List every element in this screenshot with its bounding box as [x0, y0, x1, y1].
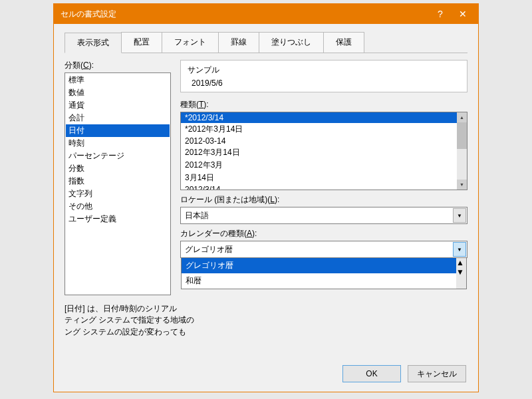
- list-item[interactable]: 2012年3月14日: [181, 146, 467, 159]
- locale-combo[interactable]: 日本語 ▼: [180, 207, 467, 224]
- chevron-down-icon[interactable]: ▼: [453, 208, 466, 223]
- list-item[interactable]: 日付: [66, 124, 170, 137]
- sample-value: 2019/5/6: [188, 78, 460, 88]
- tab-font[interactable]: フォント: [162, 32, 219, 53]
- scrollbar[interactable]: ▲ ▼: [457, 112, 467, 190]
- scroll-track[interactable]: [457, 149, 467, 180]
- list-item[interactable]: 3月14日: [181, 172, 467, 184]
- list-item[interactable]: 時刻: [66, 137, 170, 150]
- chevron-down-icon[interactable]: ▼: [453, 242, 466, 257]
- locale-value: 日本語: [185, 210, 209, 221]
- window-title: セルの書式設定: [61, 9, 429, 20]
- list-item[interactable]: 会計: [66, 112, 170, 124]
- cancel-button[interactable]: キャンセル: [408, 365, 466, 382]
- dropdown-item[interactable]: 和暦: [182, 273, 466, 289]
- list-item[interactable]: 2012-03-14: [181, 136, 467, 146]
- dropdown-item[interactable]: グレゴリオ暦: [182, 258, 466, 273]
- list-item[interactable]: パーセンテージ: [66, 150, 170, 162]
- scroll-thumb[interactable]: [457, 122, 467, 149]
- help-icon[interactable]: ?: [429, 4, 452, 24]
- scroll-down-icon[interactable]: ▼: [457, 180, 467, 190]
- scrollbar[interactable]: ▲ ▼: [456, 258, 466, 289]
- calendar-dropdown: グレゴリオ暦 和暦 ▲ ▼: [181, 257, 467, 289]
- list-item[interactable]: 分数: [66, 162, 170, 175]
- list-item[interactable]: 2012/3/14: [181, 184, 467, 190]
- close-icon[interactable]: ✕: [452, 4, 474, 24]
- list-item[interactable]: *2012年3月14日: [181, 123, 467, 136]
- sample-box: サンプル 2019/5/6: [180, 60, 467, 92]
- titlebar: セルの書式設定 ? ✕: [54, 4, 478, 24]
- list-item[interactable]: 通貨: [66, 99, 170, 112]
- category-label: 分類(C):: [65, 60, 171, 71]
- tab-border[interactable]: 罫線: [218, 32, 259, 53]
- tab-protection[interactable]: 保護: [323, 32, 364, 53]
- format-cells-dialog: セルの書式設定 ? ✕ 表示形式 配置 フォント 罫線 塗りつぶし 保護 分類(…: [53, 3, 479, 392]
- calendar-label: カレンダーの種類(A):: [180, 228, 467, 239]
- list-item[interactable]: *2012/3/14: [181, 112, 467, 123]
- calendar-combo[interactable]: グレゴリオ暦 ▼ グレゴリオ暦 和暦 ▲ ▼: [180, 241, 467, 258]
- tab-bar: 表示形式 配置 フォント 罫線 塗りつぶし 保護: [65, 32, 467, 53]
- ok-button[interactable]: OK: [342, 365, 401, 382]
- scroll-up-icon[interactable]: ▲: [457, 112, 467, 122]
- type-label: 種類(T):: [180, 99, 467, 110]
- tab-fill[interactable]: 塗りつぶし: [259, 32, 324, 53]
- tab-alignment[interactable]: 配置: [121, 32, 162, 53]
- category-listbox[interactable]: 標準 数値 通貨 会計 日付 時刻 パーセンテージ 分数 指数 文字列 その他 …: [65, 72, 171, 295]
- dialog-buttons: OK キャンセル: [342, 365, 466, 382]
- calendar-value: グレゴリオ暦: [185, 244, 233, 255]
- list-item[interactable]: 標準: [66, 74, 170, 86]
- scroll-down-icon[interactable]: ▼: [456, 267, 466, 277]
- list-item[interactable]: 2012年3月: [181, 159, 467, 172]
- list-item[interactable]: ユーザー定義: [66, 213, 170, 225]
- type-listbox[interactable]: *2012/3/14 *2012年3月14日 2012-03-14 2012年3…: [180, 112, 467, 190]
- scroll-up-icon[interactable]: ▲: [456, 258, 466, 267]
- list-item[interactable]: 指数: [66, 175, 170, 188]
- list-item[interactable]: 数値: [66, 86, 170, 99]
- sample-label: サンプル: [188, 65, 460, 76]
- list-item[interactable]: 文字列: [66, 188, 170, 200]
- list-item[interactable]: その他: [66, 200, 170, 213]
- locale-label: ロケール (国または地域)(L):: [180, 194, 467, 205]
- tab-number-format[interactable]: 表示形式: [65, 33, 122, 53]
